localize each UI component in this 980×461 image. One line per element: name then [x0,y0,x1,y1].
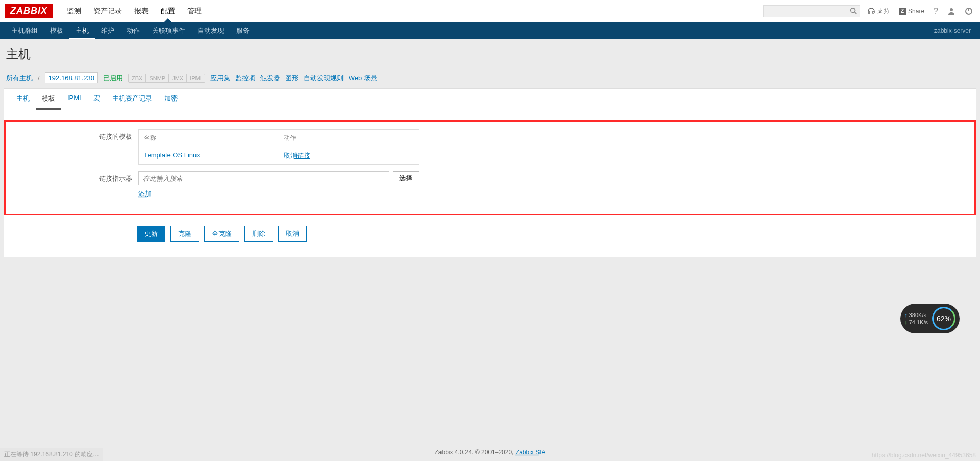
subnav-templates[interactable]: 模板 [44,22,69,39]
svg-line-1 [855,12,857,14]
cancel-button[interactable]: 取消 [278,226,307,242]
crumb-sep: / [38,74,40,82]
link-triggers[interactable]: 触发器 [260,74,280,83]
user-icon[interactable] [945,5,958,17]
breadcrumb: 所有主机 / 192.168.81.230 已启用 ZBX SNMP JMX I… [0,69,980,88]
support-link[interactable]: 支持 [865,5,892,17]
sub-nav: 主机群组 模板 主机 维护 动作 关联项事件 自动发现 服务 zabbix-se… [0,22,980,39]
table-row: Template OS Linux 取消链接 [139,147,419,164]
link-items[interactable]: 监控项 [235,74,255,83]
topnav-reports[interactable]: 报表 [128,1,155,22]
topnav-config[interactable]: 配置 [155,1,181,22]
link-discovery[interactable]: 自动发现规则 [304,74,344,83]
watermark: https://blog.csdn.net/weixin_44953658 [872,452,976,459]
tab-templates[interactable]: 模板 [36,89,61,110]
unlink-link[interactable]: 取消链接 [284,152,310,159]
button-row: 更新 克隆 全克隆 删除 取消 [4,226,976,242]
tab-ipmi[interactable]: IPMI [61,89,87,110]
server-name: zabbix-server [934,27,975,34]
select-button[interactable]: 选择 [393,171,419,185]
share-link[interactable]: Z Share [897,6,926,17]
logo[interactable]: ZABBIX [5,4,53,18]
highlight-box: 链接的模板 名称 动作 Template OS Linux 取消链接 [4,120,976,215]
subnav-actions[interactable]: 动作 [120,22,146,39]
status-enabled: 已启用 [103,74,123,83]
top-menu: 监测 资产记录 报表 配置 管理 [61,1,208,22]
link-web[interactable]: Web 场景 [349,74,377,83]
template-search-input[interactable] [138,171,389,185]
tab-host[interactable]: 主机 [10,89,36,110]
tab-inventory[interactable]: 主机资产记录 [106,89,158,110]
host-tabs: 主机 模板 IPMI 宏 主机资产记录 加密 [4,89,976,110]
topnav-monitor[interactable]: 监测 [61,1,87,22]
subnav-discovery[interactable]: 自动发现 [191,22,230,39]
network-widget[interactable]: 380K/s 74.1K/s 62% [900,304,960,333]
tab-encrypt[interactable]: 加密 [158,89,184,110]
link-graphs[interactable]: 图形 [285,74,299,83]
link-indicator-label: 链接指示器 [6,171,138,199]
proto-jmx: JMX [169,74,187,82]
net-up: 380K/s [904,311,928,319]
power-icon[interactable] [963,5,975,17]
subnav-services[interactable]: 服务 [230,22,256,39]
main-panel: 主机 模板 IPMI 宏 主机资产记录 加密 链接的模板 名称 动作 Templ… [4,88,976,257]
footer-link[interactable]: Zabbix SIA [516,449,546,456]
crumb-allhosts[interactable]: 所有主机 [6,74,33,83]
protocol-badges: ZBX SNMP JMX IPMI [128,74,205,83]
subnav-hostgroups[interactable]: 主机群组 [5,22,44,39]
footer: Zabbix 4.0.24. © 2001–2020, Zabbix SIA [0,444,980,461]
page-title: 主机 [0,39,980,69]
link-apps[interactable]: 应用集 [210,74,230,83]
linked-templates-label: 链接的模板 [6,129,138,165]
footer-text: Zabbix 4.0.24. © 2001–2020, [435,449,516,456]
support-label: 支持 [877,7,890,15]
proto-zbx: ZBX [129,74,146,82]
subnav-hosts[interactable]: 主机 [69,22,95,39]
net-percent: 62% [932,307,955,330]
subnav-correlation[interactable]: 关联项事件 [146,22,191,39]
delete-button[interactable]: 删除 [244,226,273,242]
topnav-admin[interactable]: 管理 [181,1,208,22]
subnav-maintenance[interactable]: 维护 [95,22,120,39]
proto-ipmi: IPMI [187,74,205,82]
svg-point-2 [950,8,953,11]
template-link[interactable]: Template OS Linux [139,147,279,164]
help-icon[interactable]: ? [932,5,940,18]
linked-templates-table: 名称 动作 Template OS Linux 取消链接 [138,129,419,165]
search-input[interactable] [763,5,860,17]
search-icon[interactable] [850,7,857,16]
proto-snmp: SNMP [146,74,169,82]
form-area: 链接的模板 名称 动作 Template OS Linux 取消链接 [4,110,976,257]
clone-button[interactable]: 克隆 [170,226,199,242]
net-down: 74.1K/s [904,319,928,326]
update-button[interactable]: 更新 [137,226,165,242]
top-nav: ZABBIX 监测 资产记录 报表 配置 管理 支持 Z Share ? [0,0,980,22]
topnav-inventory[interactable]: 资产记录 [87,1,128,22]
tab-macros[interactable]: 宏 [87,89,106,110]
search-box [763,5,860,17]
status-bar: 正在等待 192.168.81.210 的响应… [0,448,103,461]
col-action: 动作 [279,130,419,147]
share-label: Share [908,8,924,15]
col-name: 名称 [139,130,279,147]
fullclone-button[interactable]: 全克隆 [204,226,239,242]
add-link[interactable]: 添加 [138,190,152,198]
svg-point-0 [851,8,855,12]
crumb-hostip[interactable]: 192.168.81.230 [45,72,98,83]
